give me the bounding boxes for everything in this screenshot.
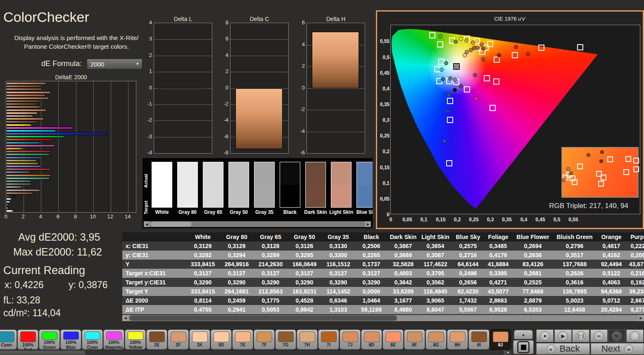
- patch-color-swatch: [149, 331, 165, 342]
- swatch-gray-50[interactable]: [228, 162, 249, 208]
- patch-button-8e[interactable]: 8E: [383, 329, 404, 350]
- de-formula-dropdown[interactable]: 2000 ▼: [87, 59, 143, 69]
- deltaE-bar: [6, 118, 44, 120]
- patch-button-7f[interactable]: 7F: [254, 329, 275, 350]
- patch-button-2f[interactable]: 2F: [168, 329, 189, 350]
- deltaE-bar: [6, 133, 107, 135]
- deltaE-bar: [6, 183, 31, 185]
- swatch-label: Gray 35: [250, 209, 279, 215]
- deltaE-bar: [6, 94, 45, 97]
- patch-color-swatch: [299, 331, 315, 342]
- table-cell: 0,4003: [387, 269, 419, 278]
- patch-button-8g[interactable]: 8G: [425, 329, 447, 350]
- blank-button[interactable]: [626, 329, 644, 342]
- measured-point-marker: [453, 88, 457, 92]
- patch-button-7g[interactable]: 7G: [275, 329, 296, 350]
- deltaE-bar: [6, 147, 23, 150]
- table-cell: 3,1677: [387, 296, 419, 305]
- swatch-label: Black: [276, 209, 304, 215]
- deltaE-x-tick: 14: [124, 213, 132, 220]
- patch-button-2k[interactable]: 2K: [189, 329, 210, 350]
- table-cell: 0,2227: [627, 241, 644, 251]
- delta-y-tick: -8: [215, 149, 228, 156]
- patch-button-100-cyan[interactable]: 100%Cyan: [82, 329, 103, 350]
- target-square-marker: [493, 78, 499, 85]
- patch-button-100-yellow[interactable]: 100%Yellow: [125, 329, 146, 350]
- patch-button-2e[interactable]: 2E: [146, 329, 167, 350]
- swatch-scroll-right-icon[interactable]: ▶: [365, 221, 371, 227]
- swatch-white[interactable]: [152, 162, 172, 208]
- deltaE-bar: [6, 130, 56, 132]
- table-header-cell: [122, 232, 186, 241]
- swatch-light-skin[interactable]: [331, 162, 352, 208]
- loop-button[interactable]: ∞: [590, 329, 608, 342]
- swatch-gray-65[interactable]: [203, 162, 223, 208]
- cie-y-tick: 0,15: [378, 165, 390, 170]
- patch-button-cyan[interactable]: Cyan: [0, 329, 17, 350]
- table-cell: 0,3642: [387, 278, 419, 287]
- cie-y-tick: 0,1: [378, 180, 390, 186]
- table-cell: 3,9065: [419, 296, 452, 305]
- patch-scrollbar[interactable]: ▶: [0, 350, 511, 355]
- patch-button-7h[interactable]: 7H: [297, 329, 318, 350]
- deltaE-bar: [6, 88, 42, 90]
- patch-button-8h[interactable]: 8H: [447, 329, 468, 350]
- patch-button-100-green[interactable]: 100%Green: [39, 329, 60, 350]
- deltaE-bar: [6, 109, 46, 111]
- pattern-up-button[interactable]: ▲: [514, 330, 533, 339]
- table-scroll-left-icon[interactable]: ◀: [122, 315, 128, 321]
- patch-button-label: 2K: [190, 342, 210, 347]
- swatch-scroll-thumb[interactable]: [150, 222, 192, 227]
- swatch-dark-skin[interactable]: [305, 162, 326, 208]
- patch-button-label: 8F: [404, 342, 425, 347]
- deltaE-bar: [6, 177, 50, 180]
- patch-button-100-magenta[interactable]: 100%Magenta: [103, 329, 124, 350]
- swatch-blue-sky[interactable]: [356, 162, 373, 208]
- swatch-actual: [203, 162, 223, 185]
- table-cell: 0,2636: [512, 251, 554, 260]
- patch-button-5d[interactable]: 5D: [211, 329, 232, 350]
- page-title: ColorChecker: [3, 9, 89, 25]
- refresh-button[interactable]: ↻: [608, 329, 625, 342]
- play-button[interactable]: ▶: [554, 329, 572, 342]
- deltaE-chart: [6, 81, 136, 213]
- next-button[interactable]: Next »: [591, 343, 644, 355]
- max-de2000: Max dE2000: 11,62: [13, 246, 102, 258]
- swatch-scroll-left-icon[interactable]: ◀: [144, 221, 150, 227]
- patch-scroll-right-icon[interactable]: ▶: [506, 350, 511, 355]
- swatch-actual: [331, 162, 351, 185]
- table-cell: 0,4755: [186, 305, 220, 314]
- swatch-target: [280, 185, 300, 208]
- patch-button-8i[interactable]: 8I: [468, 329, 490, 350]
- patch-button-label: 8H: [447, 342, 468, 347]
- patch-color-swatch: [342, 331, 358, 342]
- swatch-gray-35[interactable]: [254, 162, 275, 208]
- patch-color-swatch: [85, 331, 100, 340]
- table-scrollbar[interactable]: ◀ ▶: [122, 315, 644, 321]
- deltaE-bar: [6, 204, 8, 206]
- swatch-scrollbar[interactable]: ◀ ▶: [144, 221, 371, 227]
- patch-button-7j[interactable]: 7J: [340, 329, 361, 350]
- back-button[interactable]: « Back: [536, 343, 590, 355]
- deltaL-chart-title: Delta L: [154, 16, 212, 22]
- swatch-black[interactable]: [280, 162, 300, 208]
- swatch-gray-80[interactable]: [177, 162, 198, 208]
- delta-y-tick: 4: [139, 19, 152, 26]
- table-scroll-thumb[interactable]: [129, 315, 397, 321]
- patch-button-7i[interactable]: 7I: [318, 329, 339, 350]
- range-button[interactable]: [··]: [572, 329, 589, 342]
- patch-button-8j[interactable]: 8J: [490, 329, 511, 350]
- delta-y-tick: 1: [139, 68, 152, 74]
- deltaE-bar: [6, 144, 55, 147]
- pattern-window-button[interactable]: [513, 340, 534, 354]
- table-cell: 333,8415: [186, 287, 220, 296]
- patch-button-7e[interactable]: 7E: [232, 329, 253, 350]
- patch-button-100red[interactable]: 100% Red: [17, 329, 38, 350]
- inset-square-marker: [601, 175, 606, 180]
- patch-button-8d[interactable]: 8D: [361, 329, 382, 350]
- stop-button[interactable]: ■: [536, 329, 554, 342]
- patch-button-100-blue[interactable]: 100%Blue: [60, 329, 81, 350]
- patch-button-8f[interactable]: 8F: [404, 329, 425, 350]
- patch-scroll-thumb[interactable]: [85, 350, 504, 355]
- table-scroll-right-icon[interactable]: ▶: [638, 315, 644, 321]
